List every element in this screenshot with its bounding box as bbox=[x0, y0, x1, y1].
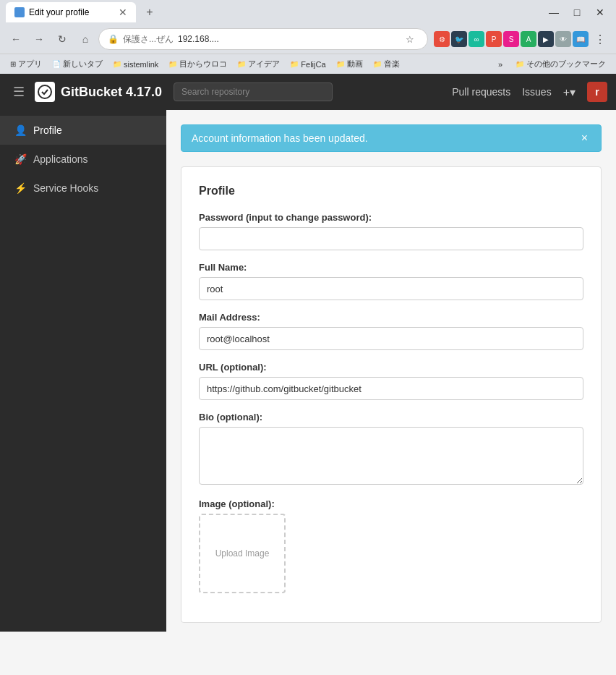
back-button[interactable]: ← bbox=[6, 29, 26, 49]
minimize-button[interactable]: — bbox=[544, 2, 564, 22]
bookmark-apps-label: アプリ bbox=[18, 59, 42, 69]
bookmark-felica-label: FelijCa bbox=[301, 60, 325, 69]
service-hooks-icon: ⚡ bbox=[14, 182, 26, 194]
logo-text: GitBucket 4.17.0 bbox=[61, 85, 162, 100]
extension-icons: ⚙ 🐦 ∞ P S A ▶ 👁 📖 ⋮ bbox=[434, 29, 610, 49]
profile-card: Profile Password (input to change passwo… bbox=[181, 166, 602, 623]
bookmark-music[interactable]: 📁 音楽 bbox=[369, 57, 404, 71]
address-actions: ☆ bbox=[401, 30, 419, 48]
ext-icon-3[interactable]: ∞ bbox=[469, 31, 484, 47]
tab-title: Edit your profile bbox=[29, 7, 89, 17]
search-input[interactable] bbox=[174, 82, 333, 101]
upload-image-box[interactable]: Upload Image bbox=[199, 514, 286, 593]
window-controls: — □ ✕ bbox=[544, 2, 610, 22]
applications-icon: 🚀 bbox=[14, 153, 26, 165]
sidebar-item-profile[interactable]: 👤 Profile bbox=[0, 116, 166, 145]
password-group: Password (input to change password): bbox=[199, 212, 583, 250]
bookmarks-more-button[interactable]: » bbox=[494, 59, 507, 70]
content-area: Account information has been updated. × … bbox=[166, 110, 616, 632]
nav-links: Pull requests Issues +▾ r bbox=[452, 82, 607, 102]
forward-button[interactable]: → bbox=[29, 29, 49, 49]
ext-icon-6[interactable]: A bbox=[521, 31, 536, 47]
alert-close-button[interactable]: × bbox=[578, 132, 591, 144]
bookmark-felica[interactable]: 📁 FelijCa bbox=[286, 59, 330, 70]
apps-icon: ⊞ bbox=[10, 60, 16, 68]
tab-close-button[interactable]: ✕ bbox=[119, 7, 127, 17]
folder-icon-3: 📁 bbox=[237, 60, 246, 68]
tab-favicon bbox=[14, 7, 25, 17]
security-lock-icon: 🔒 bbox=[108, 34, 119, 44]
star-button[interactable]: ☆ bbox=[401, 30, 419, 48]
bookmark-newtab[interactable]: 📄 新しいタブ bbox=[48, 57, 107, 71]
bookmark-video-label: 動画 bbox=[347, 59, 363, 69]
bio-group: Bio (optional): bbox=[199, 412, 583, 487]
bookmark-idea[interactable]: 📁 アイデア bbox=[233, 57, 284, 71]
bookmark-sistemlink[interactable]: 📁 sistemlink bbox=[108, 59, 163, 70]
folder-icon-5: 📁 bbox=[336, 60, 345, 68]
ext-icon-4[interactable]: P bbox=[486, 31, 502, 47]
bookmark-idea-label: アイデア bbox=[248, 59, 280, 69]
gitbucket-logo-icon bbox=[35, 82, 55, 102]
profile-card-title: Profile bbox=[199, 184, 583, 198]
ext-icon-8[interactable]: 👁 bbox=[555, 31, 571, 47]
address-bar-row: ← → ↻ ⌂ 🔒 保護さ...ぜん 192.168.... ☆ ⚙ 🐦 ∞ P… bbox=[0, 25, 616, 54]
new-tab-button[interactable]: + bbox=[140, 3, 159, 22]
bookmarks-bar: ⊞ アプリ 📄 新しいタブ 📁 sistemlink 📁 目からウロコ 📁 アイ… bbox=[0, 54, 616, 74]
logo-svg bbox=[37, 84, 53, 100]
reload-button[interactable]: ↻ bbox=[52, 29, 72, 49]
sidebar-item-service-hooks[interactable]: ⚡ Service Hooks bbox=[0, 174, 166, 203]
bookmark-sistemlink-label: sistemlink bbox=[124, 60, 158, 69]
upload-image-label: Upload Image bbox=[215, 548, 270, 559]
alert-message: Account information has been updated. bbox=[192, 132, 368, 144]
active-tab[interactable]: Edit your profile ✕ bbox=[6, 2, 136, 22]
bookmark-extra-label: その他のブックマーク bbox=[526, 59, 606, 69]
ext-icon-2[interactable]: 🐦 bbox=[451, 31, 467, 47]
alert-banner: Account information has been updated. × bbox=[181, 124, 602, 152]
bio-textarea[interactable] bbox=[199, 427, 583, 485]
bookmark-music-label: 音楽 bbox=[384, 59, 400, 69]
bookmark-extra[interactable]: 📁 その他のブックマーク bbox=[511, 57, 610, 71]
fullname-input[interactable] bbox=[199, 277, 583, 300]
sidebar-item-applications[interactable]: 🚀 Applications bbox=[0, 145, 166, 174]
gitbucket-logo[interactable]: GitBucket 4.17.0 bbox=[35, 82, 162, 102]
bookmark-video[interactable]: 📁 動画 bbox=[332, 57, 367, 71]
folder-icon-6: 📁 bbox=[373, 60, 382, 68]
folder-icon-1: 📁 bbox=[113, 60, 121, 68]
close-button[interactable]: ✕ bbox=[590, 2, 610, 22]
profile-icon: 👤 bbox=[14, 124, 26, 136]
bookmark-mejikara[interactable]: 📁 目からウロコ bbox=[164, 57, 231, 71]
search-box[interactable] bbox=[174, 82, 333, 101]
folder-icon-2: 📁 bbox=[168, 60, 177, 68]
bookmark-mejikara-label: 目からウロコ bbox=[179, 59, 227, 69]
create-plus-button[interactable]: +▾ bbox=[563, 85, 576, 99]
main-layout: 👤 Profile 🚀 Applications ⚡ Service Hooks… bbox=[0, 110, 616, 632]
sidebar: 👤 Profile 🚀 Applications ⚡ Service Hooks bbox=[0, 110, 166, 632]
url-input[interactable] bbox=[199, 377, 583, 400]
sidebar-item-applications-label: Applications bbox=[33, 153, 88, 165]
bookmark-apps[interactable]: ⊞ アプリ bbox=[6, 57, 46, 71]
ext-icon-9[interactable]: 📖 bbox=[573, 31, 589, 47]
ext-icon-5[interactable]: S bbox=[503, 31, 519, 47]
address-text: 192.168.... bbox=[178, 34, 219, 44]
maximize-button[interactable]: □ bbox=[567, 2, 587, 22]
newtab-icon: 📄 bbox=[52, 60, 61, 68]
protocol-label: 保護さ...ぜん bbox=[123, 33, 174, 46]
mail-label: Mail Address: bbox=[199, 312, 583, 323]
pull-requests-link[interactable]: Pull requests bbox=[452, 86, 510, 98]
password-input[interactable] bbox=[199, 227, 583, 250]
address-bar[interactable]: 🔒 保護さ...ぜん 192.168.... ☆ bbox=[98, 28, 428, 50]
mail-input[interactable] bbox=[199, 327, 583, 350]
menu-button[interactable]: ⋮ bbox=[590, 29, 610, 49]
fullname-group: Full Name: bbox=[199, 262, 583, 300]
image-label: Image (optional): bbox=[199, 498, 583, 509]
url-group: URL (optional): bbox=[199, 362, 583, 400]
ext-icon-7[interactable]: ▶ bbox=[538, 31, 554, 47]
bio-label: Bio (optional): bbox=[199, 412, 583, 423]
hamburger-menu-button[interactable]: ☰ bbox=[9, 80, 29, 104]
user-avatar[interactable]: r bbox=[587, 82, 607, 102]
ext-icon-1[interactable]: ⚙ bbox=[434, 31, 450, 47]
folder-icon-extra: 📁 bbox=[516, 60, 524, 68]
issues-link[interactable]: Issues bbox=[522, 86, 551, 98]
home-button[interactable]: ⌂ bbox=[75, 29, 95, 49]
fullname-label: Full Name: bbox=[199, 262, 583, 273]
